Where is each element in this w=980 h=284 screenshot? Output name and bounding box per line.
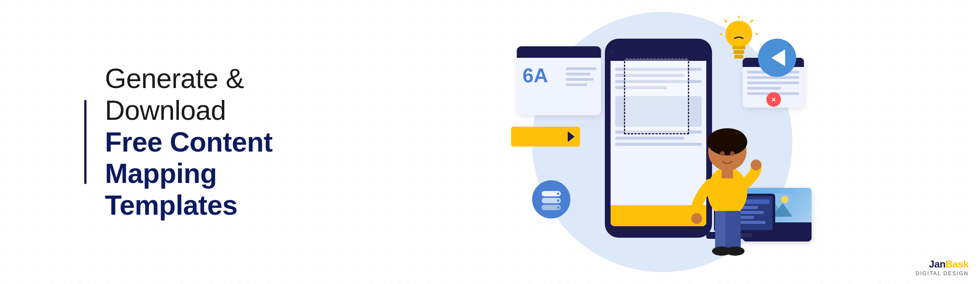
text-section: Generate & Download Free Content Mapping…: [0, 63, 345, 221]
lightbulb-svg: [720, 16, 758, 65]
svg-rect-13: [733, 50, 744, 54]
card-6a-header: [517, 46, 601, 58]
database-circle-icon: [532, 180, 570, 219]
svg-point-5: [557, 206, 559, 209]
svg-rect-26: [725, 211, 741, 249]
svg-point-23: [709, 128, 746, 150]
janbask-bask: Bask: [946, 258, 969, 270]
card-6a: 6A: [517, 46, 601, 115]
janbask-jan: Jan: [929, 258, 946, 270]
play-triangle-icon: [771, 49, 785, 66]
svg-point-29: [691, 213, 702, 224]
card-6a-label: 6A: [523, 65, 548, 85]
svg-point-32: [730, 151, 735, 156]
janbask-tagline: Digital Design: [916, 270, 969, 276]
card-6a-lines: [566, 67, 596, 89]
play-circle-button: [758, 39, 796, 77]
headline-content: Generate & Download Free Content Mapping…: [105, 63, 322, 221]
svg-point-28: [725, 246, 745, 256]
headline-light: Generate & Download: [105, 63, 322, 126]
arrow-right-icon: [568, 131, 575, 142]
illustration-section: 6A: [345, 0, 980, 284]
dashed-selection-box: [624, 58, 689, 134]
svg-rect-14: [734, 55, 743, 59]
headline-bold-line1: Free Content Mapping: [105, 126, 322, 190]
svg-point-3: [557, 193, 559, 195]
person-svg: [685, 104, 769, 264]
yellow-arrow-button: [511, 127, 580, 147]
janbask-brand: JanBask: [916, 258, 969, 270]
headline-bold-line2: Templates: [105, 189, 322, 221]
banner-container: Generate & Download Free Content Mapping…: [0, 0, 980, 284]
lightbulb-icon: [720, 16, 758, 65]
database-svg: [540, 188, 563, 211]
svg-point-30: [751, 160, 761, 170]
vertical-divider: [84, 100, 87, 184]
svg-rect-24: [722, 167, 733, 178]
svg-line-10: [725, 20, 727, 22]
svg-point-31: [720, 151, 725, 156]
close-x-symbol: ×: [771, 95, 776, 104]
phone-container: 6A: [490, 8, 835, 276]
svg-point-4: [557, 199, 559, 202]
svg-line-8: [751, 20, 753, 22]
person-illustration: [685, 104, 769, 264]
svg-point-6: [725, 21, 752, 47]
svg-rect-15: [737, 44, 741, 46]
janbask-logo: JanBask Digital Design: [916, 258, 969, 276]
